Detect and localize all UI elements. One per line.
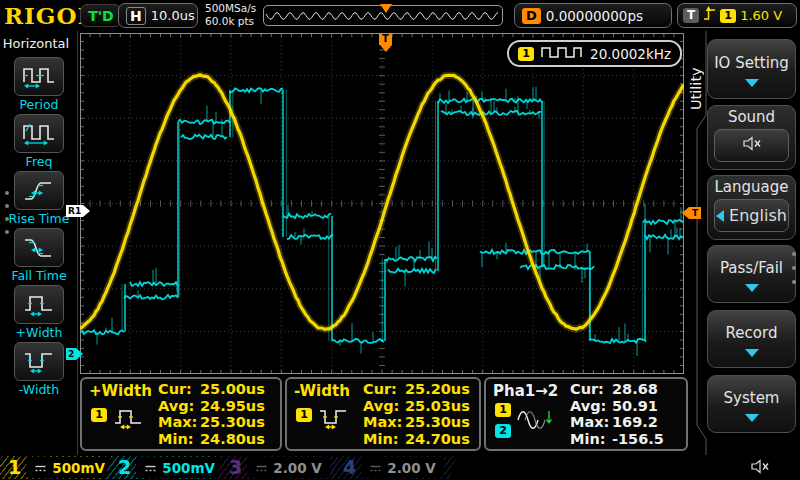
reference-marker-label: R1	[66, 205, 83, 217]
pos-width-measure-icon	[113, 406, 145, 436]
stat-value: 24.80us	[200, 431, 265, 447]
menu-item-io-setting[interactable]: IO Setting	[707, 39, 796, 99]
channel1-badge: 1	[296, 408, 312, 422]
stat-key: Cur:	[363, 381, 405, 398]
channel1-chip[interactable]: 1 500mV	[2, 456, 106, 479]
menu-page-dot	[792, 280, 796, 284]
stat-key: Min:	[158, 431, 200, 448]
measurement-sidebar: Horizontal Period Freq Rise Time Fall Ti…	[0, 31, 78, 455]
menu-item-language[interactable]: Language English	[707, 175, 796, 240]
stat-key: Max:	[363, 414, 405, 431]
trigger-level-arrow-icon	[682, 207, 689, 219]
stat-value: 24.95us	[200, 398, 265, 414]
horizontal-scale-box: H 10.0us	[118, 3, 198, 28]
acquisition-info: 500MSa/s 60.0k pts	[205, 2, 256, 28]
stat-value: 24.70us	[405, 431, 470, 447]
waveform-preview-strip	[263, 5, 503, 26]
sidebar-page-dot	[5, 230, 9, 234]
channel3-chip[interactable]: 3 2.00 V	[223, 456, 331, 479]
trigger-status-indicator: T'D	[80, 4, 122, 27]
speaker-muted-icon	[750, 459, 770, 478]
stat-value: 50.91	[612, 398, 658, 414]
trigger-status-label: T'D	[88, 8, 113, 24]
channel-scale: 500mV	[162, 460, 215, 476]
trigger-readout-box: T 1 1.60 V	[677, 3, 797, 28]
menu-item-pass-fail[interactable]: Pass/Fail	[707, 245, 796, 303]
channel2-chip[interactable]: 2 500mV	[112, 456, 216, 479]
channel2-position-marker[interactable]: 2	[66, 348, 83, 360]
channel-scale: 2.00 V	[387, 460, 435, 476]
language-value: English	[729, 206, 787, 225]
measurement-label: -Width	[294, 382, 350, 400]
stat-value: 25.30us	[200, 414, 265, 430]
channel2-marker-label: 2	[66, 348, 76, 360]
channel-scale: 2.00 V	[273, 460, 321, 476]
chevron-down-icon	[745, 284, 759, 292]
sidebar-item-label: -Width	[0, 382, 78, 397]
stat-key: Cur:	[570, 381, 612, 398]
sidebar-item-freq[interactable]: Freq	[0, 114, 78, 169]
pos-width-icon	[14, 285, 64, 324]
sidebar-item-label: Freq	[0, 154, 78, 169]
sidebar-item-fall-time[interactable]: Fall Time	[0, 228, 78, 283]
stat-key: Max:	[158, 414, 200, 431]
freq-counter-channel-badge: 1	[518, 47, 534, 61]
delay-readout-box: D 0.00000000ps	[514, 3, 672, 28]
stat-value: 169.2	[612, 414, 658, 430]
coupling-icon	[34, 458, 47, 477]
fall-time-icon	[14, 228, 64, 267]
neg-width-measure-icon	[318, 406, 350, 436]
stat-value: 25.00us	[200, 381, 265, 397]
channel4-chip[interactable]: 4 2.00 V	[337, 456, 449, 479]
menu-item-system[interactable]: System	[707, 375, 796, 433]
coupling-icon	[144, 458, 157, 477]
stat-key: Min:	[570, 431, 612, 448]
stat-value: 25.30us	[405, 414, 470, 430]
menu-item-record[interactable]: Record	[707, 310, 796, 368]
period-icon	[14, 57, 64, 96]
sidebar-item-label: Period	[0, 97, 78, 112]
menu-item-label: Pass/Fail	[720, 259, 783, 277]
sidebar-item-pos-width[interactable]: +Width	[0, 285, 78, 340]
speaker-muted-icon	[742, 136, 762, 155]
measurement-panel-phase: Pha1→2 1 2 Cur:28.68 Avg:50.91 Max:169.2…	[484, 377, 688, 451]
channel-number: 1	[8, 456, 21, 479]
sidebar-item-rise-time[interactable]: Rise Time	[0, 171, 78, 226]
channel-number: 3	[229, 456, 242, 479]
sidebar-item-label: +Width	[0, 325, 78, 340]
stat-key: Min:	[363, 431, 405, 448]
channel-scale: 500mV	[52, 460, 105, 476]
menu-page-dot	[792, 252, 796, 256]
neg-width-icon	[14, 342, 64, 381]
stat-key: Avg:	[158, 398, 200, 415]
channel1-badge: 1	[91, 408, 107, 422]
channel-number: 2	[118, 456, 131, 479]
menu-page-dot	[792, 266, 796, 270]
reference-marker-arrow-icon	[83, 205, 90, 217]
delay-value: 0.00000000ps	[546, 8, 643, 24]
chevron-down-icon	[745, 414, 759, 422]
trigger-label: T	[683, 8, 699, 23]
freq-counter-value: 20.0002kHz	[590, 46, 671, 62]
delay-label: D	[522, 8, 541, 24]
measurement-panel-pos-width: +Width 1 Cur:25.00us Avg:24.95us Max:25.…	[80, 377, 282, 451]
menu-item-label: System	[724, 389, 780, 407]
trigger-position-marker[interactable]: T	[379, 33, 392, 52]
sidebar-page-dot	[5, 191, 9, 195]
sidebar-item-period[interactable]: Period	[0, 57, 78, 112]
trigger-source-badge: 1	[720, 9, 736, 23]
channel2-marker-arrow-icon	[76, 348, 83, 360]
sample-rate: 500MSa/s	[205, 2, 256, 15]
trigger-level-marker[interactable]: T	[682, 207, 701, 219]
measurement-label: +Width	[89, 382, 152, 400]
sidebar-page-dot	[5, 217, 9, 221]
stat-value: -156.5	[612, 431, 664, 447]
sidebar-page-dot	[5, 204, 9, 208]
menu-item-label: Language	[708, 178, 795, 196]
horizontal-scale-value: 10.0us	[151, 8, 195, 23]
stat-value: 28.68	[612, 381, 658, 397]
coupling-icon	[255, 458, 268, 477]
menu-item-sound[interactable]: Sound	[707, 105, 796, 170]
trigger-position-arrow-icon	[380, 45, 392, 52]
sidebar-item-label: Fall Time	[0, 268, 78, 283]
